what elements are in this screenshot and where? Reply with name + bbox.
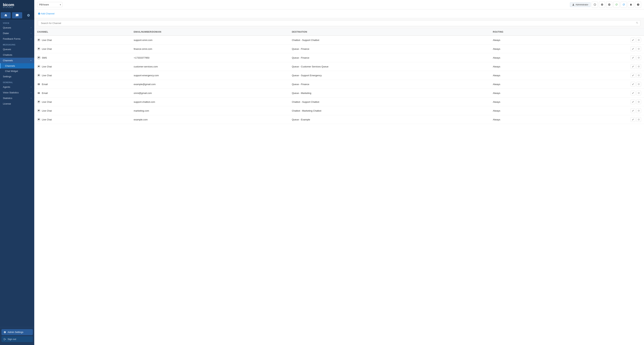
nav-gear-icon[interactable] — [24, 12, 34, 18]
sidebar-item-dialer[interactable]: Dialer › — [0, 30, 34, 36]
logo-sub: SYSTEMS — [3, 6, 14, 8]
delete-button[interactable] — [636, 38, 641, 42]
channel-type-label: Live Chat — [42, 65, 52, 68]
table-row: Email omni@gmail.com Queue - Marketing A… — [34, 89, 644, 98]
col-email-domain: Email/Number/Domain — [131, 28, 289, 36]
sidebar-item-voice-statistics[interactable]: Voice Statistics › — [0, 90, 34, 95]
nav-label: Chatbots — [3, 54, 12, 56]
edit-icon — [632, 92, 634, 94]
sidebar-item-chatbots[interactable]: Chatbots — [0, 52, 34, 58]
sidebar-sub-chat-widget[interactable]: Chat Widget — [0, 68, 34, 74]
bell-button[interactable] — [628, 2, 634, 8]
add-channel-button[interactable]: ⊕ Add Channel — [38, 12, 54, 15]
cell-email-domain: support-omni.com — [131, 36, 289, 44]
sidebar-item-license[interactable]: License — [0, 101, 34, 106]
cell-destination: Queue - Customer Services Queue — [289, 62, 490, 71]
nav-label: Queues — [3, 48, 11, 51]
cell-destination: Chatbot - Support Chatbot — [289, 36, 490, 44]
edit-button[interactable] — [631, 73, 635, 78]
edit-button[interactable] — [631, 64, 635, 69]
channels-table: Channel Email/Number/Domain Destination … — [34, 28, 644, 124]
sidebar-item-settings[interactable]: Settings — [0, 74, 34, 79]
topbar: PBXware Administrator — [34, 0, 644, 9]
channel-type-label: Email — [42, 92, 48, 94]
cell-actions — [567, 71, 644, 80]
edit-button[interactable] — [631, 91, 635, 95]
cell-channel: SMS — [34, 53, 131, 62]
nav-label: Statistics — [3, 97, 12, 100]
globe-button[interactable] — [606, 2, 612, 8]
channel-type-label: Live Chat — [42, 39, 52, 42]
channel-type-label: Email — [42, 83, 48, 86]
logo-area: bicom SYSTEMS — [0, 0, 34, 11]
cell-routing: Always — [490, 36, 567, 44]
topbar-right: Administrator — [570, 2, 641, 8]
cell-email-domain: marketing.com — [131, 106, 289, 115]
sidebar-item-agents[interactable]: Agents › — [0, 84, 34, 90]
live-chat-icon — [37, 38, 40, 42]
nav-label: Channels — [3, 59, 13, 62]
cell-destination: Chatbot - Marketing Chatbot — [289, 106, 490, 115]
delete-button[interactable] — [636, 73, 641, 78]
cell-email-domain: support-chatbot.com — [131, 98, 289, 106]
add-channel-label: Add Channel — [41, 12, 54, 15]
refresh-green-button[interactable] — [613, 2, 620, 8]
delete-button[interactable] — [636, 46, 641, 51]
sign-out-label: Sign out — [8, 338, 16, 340]
nav-label: License — [3, 102, 11, 105]
pbxware-select[interactable]: PBXware — [37, 2, 62, 7]
cell-routing: Always — [490, 62, 567, 71]
delete-button[interactable] — [636, 64, 641, 69]
delete-button[interactable] — [636, 55, 641, 60]
help-button[interactable] — [635, 2, 641, 8]
nav-home-icon[interactable] — [1, 12, 11, 18]
pbxware-select-wrapper: PBXware — [37, 2, 62, 7]
nav-chat-icon[interactable] — [12, 12, 22, 18]
table-row: Live Chat support-omni.com Chatbot - Sup… — [34, 36, 644, 44]
sidebar-sub-channels[interactable]: Channels — [0, 63, 34, 68]
topbar-left: PBXware — [37, 2, 62, 7]
edit-button[interactable] — [631, 117, 635, 122]
sidebar-item-queues-voice[interactable]: Queues › — [0, 25, 34, 30]
edit-button[interactable] — [631, 38, 635, 42]
edit-button[interactable] — [631, 82, 635, 86]
edit-button[interactable] — [631, 46, 635, 51]
sidebar-item-statistics[interactable]: Statistics › — [0, 95, 34, 101]
sidebar-item-queues-msg[interactable]: Queues — [0, 46, 34, 52]
search-input[interactable] — [40, 20, 636, 26]
cell-routing: Always — [490, 53, 567, 62]
globe-icon — [608, 3, 611, 6]
live-chat-icon — [37, 65, 40, 68]
cell-actions — [567, 62, 644, 71]
delete-button[interactable] — [636, 82, 641, 86]
sms-icon — [37, 56, 40, 59]
sign-out-button[interactable]: Sign out — [2, 336, 33, 342]
edit-icon — [632, 39, 634, 41]
chevron-icon: › — [31, 32, 31, 34]
edit-button[interactable] — [631, 55, 635, 60]
help-icon — [637, 3, 640, 6]
cell-destination: Queue - Marketing — [289, 89, 490, 98]
sidebar-item-feedback-forms[interactable]: Feedback Forms › — [0, 36, 34, 42]
cell-email-domain: example@gmail.com — [131, 80, 289, 89]
cell-destination: Chatbot - Support Chatbot — [289, 98, 490, 106]
sidebar-item-channels[interactable]: Channels ▾ — [0, 58, 34, 63]
section-voice: VOICE — [0, 20, 34, 25]
admin-user-pill[interactable]: Administrator — [570, 2, 591, 7]
delete-button[interactable] — [636, 100, 641, 104]
delete-button[interactable] — [636, 117, 641, 122]
edit-button[interactable] — [631, 100, 635, 104]
section-general: GENERAL — [0, 79, 34, 84]
clock-button[interactable] — [592, 2, 598, 8]
nav-label: Voice Statistics — [3, 91, 18, 94]
content-header: ⊕ Add Channel — [34, 9, 644, 18]
clock-icon — [594, 3, 596, 6]
settings-button[interactable] — [599, 2, 605, 8]
delete-button[interactable] — [636, 91, 641, 95]
table-row: Live Chat support-chatbot.com Chatbot - … — [34, 98, 644, 106]
delete-button[interactable] — [636, 108, 641, 113]
admin-settings-button[interactable]: Admin Settings — [2, 329, 33, 335]
refresh-blue-icon — [622, 3, 625, 6]
edit-button[interactable] — [631, 108, 635, 113]
refresh-blue-button[interactable] — [620, 2, 627, 8]
